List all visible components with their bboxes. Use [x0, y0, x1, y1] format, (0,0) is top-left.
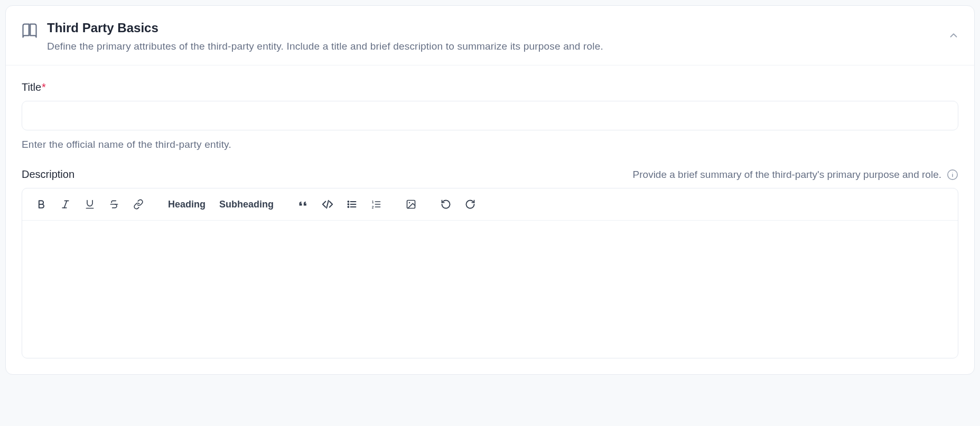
bold-button[interactable]	[31, 194, 52, 215]
quote-icon	[298, 199, 309, 210]
italic-button[interactable]	[55, 194, 76, 215]
ordered-list-button[interactable]: 1 2	[366, 194, 387, 215]
svg-point-14	[348, 206, 349, 207]
title-field-group: Title* Enter the official name of the th…	[22, 81, 958, 150]
undo-button[interactable]	[435, 194, 456, 215]
svg-point-13	[348, 204, 349, 205]
undo-icon	[441, 199, 451, 210]
description-label-row: Description Provide a brief summary of t…	[22, 168, 958, 181]
svg-line-8	[326, 201, 329, 209]
title-input[interactable]	[22, 101, 958, 130]
underline-icon	[85, 199, 95, 210]
title-helper: Enter the official name of the third-par…	[22, 139, 958, 150]
subheading-button[interactable]: Subheading	[214, 194, 279, 215]
strikethrough-button[interactable]	[104, 194, 125, 215]
rich-text-editor: Heading Subheading	[22, 188, 958, 358]
svg-line-5	[64, 201, 67, 207]
panel-body: Title* Enter the official name of the th…	[6, 65, 974, 374]
svg-point-2	[952, 172, 953, 173]
svg-point-21	[409, 202, 410, 204]
link-button[interactable]	[128, 194, 149, 215]
blockquote-button[interactable]	[293, 194, 314, 215]
info-icon[interactable]	[947, 169, 958, 181]
redo-button[interactable]	[460, 194, 481, 215]
italic-icon	[60, 199, 71, 210]
ordered-list-icon: 1 2	[371, 199, 381, 210]
editor-toolbar: Heading Subheading	[22, 188, 958, 221]
link-icon	[133, 199, 144, 210]
description-hint-row: Provide a brief summary of the third-par…	[633, 169, 958, 181]
third-party-basics-panel: Third Party Basics Define the primary at…	[5, 5, 975, 375]
panel-header: Third Party Basics Define the primary at…	[6, 6, 974, 65]
description-field-group: Description Provide a brief summary of t…	[22, 168, 958, 358]
panel-title: Third Party Basics	[47, 21, 603, 35]
description-label: Description	[22, 168, 74, 181]
heading-button[interactable]: Heading	[163, 194, 211, 215]
image-icon	[406, 199, 416, 210]
code-icon	[322, 198, 333, 210]
panel-heading-text: Third Party Basics Define the primary at…	[47, 21, 603, 52]
book-icon	[22, 23, 38, 39]
title-label-text: Title	[22, 81, 41, 93]
underline-button[interactable]	[79, 194, 100, 215]
description-editor-body[interactable]	[22, 221, 958, 358]
bold-icon	[36, 199, 46, 210]
svg-text:1: 1	[372, 200, 374, 204]
collapse-toggle[interactable]	[948, 30, 959, 41]
chevron-up-icon	[948, 30, 959, 41]
redo-icon	[465, 199, 475, 210]
image-button[interactable]	[400, 194, 422, 215]
title-label: Title*	[22, 81, 46, 93]
title-label-row: Title*	[22, 81, 958, 93]
bullet-list-button[interactable]	[341, 194, 362, 215]
strikethrough-icon	[109, 199, 119, 210]
required-mark: *	[42, 81, 46, 93]
svg-point-12	[348, 201, 349, 202]
panel-subtitle: Define the primary attributes of the thi…	[47, 41, 603, 52]
description-hint: Provide a brief summary of the third-par…	[633, 169, 941, 181]
code-button[interactable]	[317, 194, 338, 215]
bullet-list-icon	[347, 199, 357, 210]
svg-text:2: 2	[372, 205, 374, 209]
